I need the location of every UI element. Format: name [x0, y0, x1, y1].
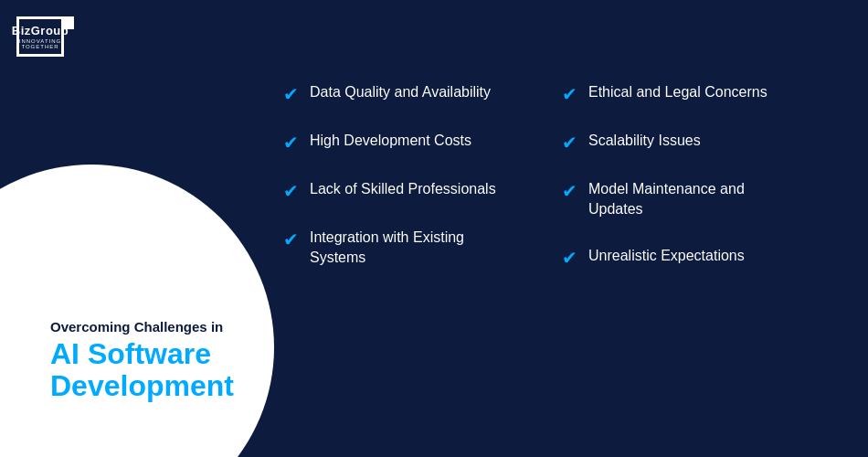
- right-item-0: ✔Ethical and Legal Concerns: [562, 82, 841, 105]
- check-label: Unrealistic Expectations: [588, 246, 745, 266]
- right-item-3: ✔Unrealistic Expectations: [562, 246, 841, 269]
- check-icon: ✔: [283, 83, 299, 105]
- hero-title-line2: Development: [50, 369, 234, 402]
- decorative-circle: [0, 165, 274, 457]
- check-icon: ✔: [562, 83, 577, 105]
- left-item-1: ✔High Development Costs: [283, 131, 562, 154]
- check-label: Integration with Existing Systems: [310, 228, 464, 269]
- challenges-grid: ✔Data Quality and Availability✔High Deve…: [283, 82, 841, 269]
- right-item-1: ✔Scalability Issues: [562, 131, 841, 154]
- check-icon: ✔: [283, 228, 299, 250]
- hero-subtitle: Overcoming Challenges in: [50, 319, 234, 335]
- logo-area: BizGroup INNOVATING TOGETHER: [16, 16, 64, 57]
- hero-title-line1: AI Software: [50, 337, 211, 370]
- right-item-2: ✔Model Maintenance and Updates: [562, 179, 841, 220]
- left-item-0: ✔Data Quality and Availability: [283, 82, 562, 105]
- check-icon: ✔: [283, 132, 299, 154]
- left-column: ✔Data Quality and Availability✔High Deve…: [283, 82, 562, 269]
- check-icon: ✔: [562, 132, 577, 154]
- logo-box: BizGroup INNOVATING TOGETHER: [16, 16, 64, 57]
- check-icon: ✔: [562, 247, 577, 269]
- logo-tagline: INNOVATING TOGETHER: [12, 38, 69, 49]
- hero-title: AI Software Development: [50, 338, 234, 402]
- hero-text: Overcoming Challenges in AI Software Dev…: [50, 319, 234, 402]
- logo-brand: BizGroup: [12, 25, 69, 37]
- check-label: Data Quality and Availability: [310, 82, 491, 102]
- right-column: ✔Ethical and Legal Concerns✔Scalability …: [562, 82, 841, 269]
- check-label: High Development Costs: [310, 131, 471, 151]
- check-icon: ✔: [562, 180, 577, 202]
- check-label: Model Maintenance and Updates: [588, 179, 745, 220]
- check-label: Ethical and Legal Concerns: [588, 82, 767, 102]
- check-label: Lack of Skilled Professionals: [310, 179, 496, 199]
- left-item-2: ✔Lack of Skilled Professionals: [283, 179, 562, 202]
- check-label: Scalability Issues: [588, 131, 701, 151]
- check-icon: ✔: [283, 180, 299, 202]
- left-item-3: ✔Integration with Existing Systems: [283, 228, 562, 269]
